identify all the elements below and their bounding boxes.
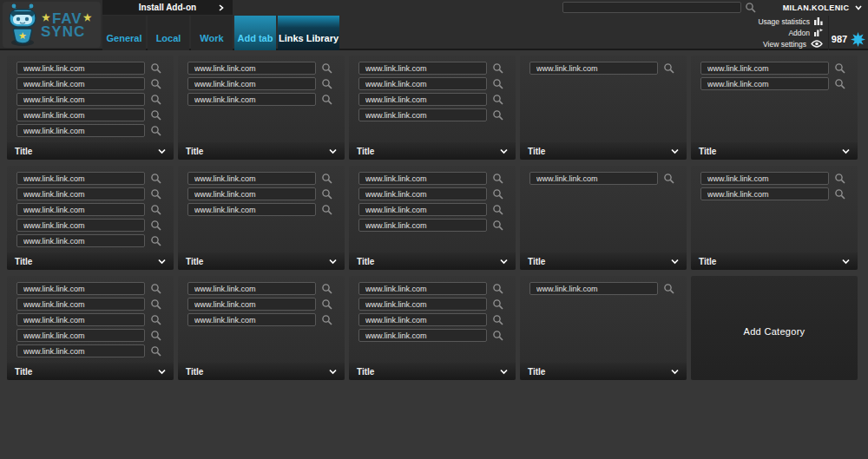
category-title-bar[interactable]: Title [7, 142, 174, 160]
link-url-input[interactable] [16, 124, 145, 137]
link-search-icon[interactable] [321, 173, 333, 185]
link-search-icon[interactable] [150, 62, 162, 75]
link-search-icon[interactable] [150, 345, 162, 357]
link-search-icon[interactable] [150, 94, 162, 106]
link-search-icon[interactable] [834, 188, 846, 200]
link-search-icon[interactable] [492, 298, 504, 311]
link-search-icon[interactable] [834, 62, 846, 75]
menu-item-usage-statistics[interactable]: Usage statistics [608, 16, 826, 26]
link-url-input[interactable] [358, 62, 487, 75]
link-url-input[interactable] [358, 187, 487, 200]
link-search-icon[interactable] [150, 109, 162, 121]
link-search-icon[interactable] [834, 173, 846, 185]
user-account-dropdown[interactable]: MILAN.KOLENIC [764, 0, 868, 15]
tab-add-tab[interactable]: Add tab [234, 16, 276, 50]
link-search-icon[interactable] [321, 188, 333, 200]
link-url-input[interactable] [529, 282, 658, 295]
link-url-input[interactable] [187, 298, 316, 311]
link-search-icon[interactable] [321, 204, 333, 216]
link-search-icon[interactable] [150, 298, 162, 311]
category-title-bar[interactable]: Title [691, 142, 858, 160]
link-url-input[interactable] [358, 203, 487, 216]
link-url-input[interactable] [16, 62, 145, 75]
search-input[interactable] [562, 2, 741, 13]
search-icon[interactable] [745, 2, 757, 14]
link-search-icon[interactable] [492, 220, 504, 232]
link-search-icon[interactable] [492, 173, 504, 185]
tab-general[interactable]: General [102, 16, 146, 50]
category-title-bar[interactable]: Title [178, 252, 345, 270]
link-search-icon[interactable] [834, 78, 846, 90]
points-panel[interactable]: 987 [828, 16, 868, 50]
link-search-icon[interactable] [150, 330, 162, 342]
link-url-input[interactable] [16, 344, 145, 357]
category-title-bar[interactable]: Title [7, 252, 174, 270]
category-title-bar[interactable]: Title [520, 363, 687, 380]
link-url-input[interactable] [16, 77, 145, 90]
link-search-icon[interactable] [492, 330, 504, 342]
link-url-input[interactable] [16, 234, 145, 247]
category-title-bar[interactable]: Title [520, 252, 687, 270]
link-search-icon[interactable] [492, 109, 504, 121]
category-title-bar[interactable]: Title [691, 252, 858, 270]
link-search-icon[interactable] [150, 235, 162, 247]
link-search-icon[interactable] [321, 283, 333, 295]
link-url-input[interactable] [358, 313, 487, 326]
link-search-icon[interactable] [150, 314, 162, 326]
link-url-input[interactable] [700, 187, 829, 200]
link-url-input[interactable] [16, 219, 145, 232]
link-url-input[interactable] [358, 298, 487, 311]
link-url-input[interactable] [16, 298, 145, 311]
category-title-bar[interactable]: Title [349, 142, 516, 160]
link-search-icon[interactable] [150, 173, 162, 185]
link-url-input[interactable] [16, 108, 145, 121]
link-search-icon[interactable] [663, 283, 675, 295]
link-url-input[interactable] [358, 172, 487, 185]
tab-local[interactable]: Local [148, 16, 189, 50]
tab-work[interactable]: Work [191, 16, 233, 50]
link-search-icon[interactable] [150, 283, 162, 295]
link-search-icon[interactable] [321, 298, 333, 311]
link-search-icon[interactable] [150, 204, 162, 216]
link-url-input[interactable] [16, 187, 145, 200]
menu-item-addon[interactable]: Addon [608, 28, 826, 37]
link-search-icon[interactable] [150, 78, 162, 90]
link-url-input[interactable] [358, 329, 487, 342]
link-url-input[interactable] [187, 62, 316, 75]
add-category-card[interactable]: Add Category [691, 276, 858, 380]
link-url-input[interactable] [187, 77, 316, 90]
link-search-icon[interactable] [492, 283, 504, 295]
link-url-input[interactable] [187, 93, 316, 106]
category-title-bar[interactable]: Title [7, 363, 174, 380]
link-url-input[interactable] [358, 108, 487, 121]
link-url-input[interactable] [16, 203, 145, 216]
link-search-icon[interactable] [492, 188, 504, 200]
link-url-input[interactable] [529, 62, 658, 75]
link-search-icon[interactable] [492, 94, 504, 106]
link-url-input[interactable] [529, 172, 658, 185]
link-search-icon[interactable] [492, 78, 504, 90]
link-search-icon[interactable] [150, 188, 162, 200]
app-logo[interactable]: ★ ★FAV★ SYNC [3, 2, 101, 48]
link-search-icon[interactable] [321, 62, 333, 75]
link-url-input[interactable] [16, 313, 145, 326]
category-title-bar[interactable]: Title [178, 363, 345, 380]
link-search-icon[interactable] [492, 314, 504, 326]
link-search-icon[interactable] [321, 94, 333, 106]
link-search-icon[interactable] [492, 204, 504, 216]
link-search-icon[interactable] [150, 220, 162, 232]
install-addon-button[interactable]: Install Add-on [102, 0, 233, 15]
category-title-bar[interactable]: Title [178, 142, 345, 160]
link-url-input[interactable] [16, 93, 145, 106]
link-url-input[interactable] [700, 172, 829, 185]
link-url-input[interactable] [16, 282, 145, 295]
link-search-icon[interactable] [150, 125, 162, 137]
link-search-icon[interactable] [321, 314, 333, 326]
link-url-input[interactable] [700, 77, 829, 90]
link-url-input[interactable] [358, 77, 487, 90]
link-search-icon[interactable] [321, 78, 333, 90]
link-url-input[interactable] [700, 62, 829, 75]
category-title-bar[interactable]: Title [520, 142, 687, 160]
link-url-input[interactable] [16, 329, 145, 342]
tab-links-library[interactable]: Links Library [278, 16, 339, 50]
